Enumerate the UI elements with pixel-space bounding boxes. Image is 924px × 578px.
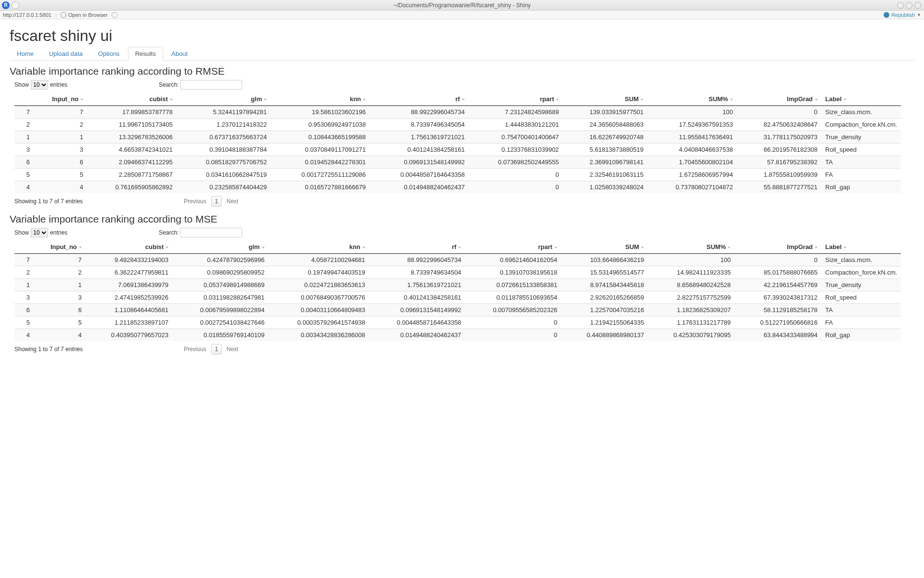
column-header[interactable]: Input_no: [34, 92, 87, 106]
column-header[interactable]: ImpGrad: [734, 240, 821, 254]
tab-results[interactable]: Results: [128, 47, 163, 61]
column-header[interactable]: glm: [172, 240, 269, 254]
column-header[interactable]: cubist: [87, 92, 177, 106]
table-row: 551.211852338971070.002725410384276460.0…: [14, 316, 901, 329]
table-cell: 0.0118785510693654: [465, 291, 561, 304]
table-cell: 0.440889868980137: [561, 329, 648, 342]
column-header[interactable]: [14, 92, 34, 106]
back-icon[interactable]: [12, 1, 19, 9]
table-cell: 4: [14, 181, 34, 194]
tab-home[interactable]: Home: [10, 47, 41, 60]
maximize-icon[interactable]: [906, 2, 912, 9]
minimize-icon[interactable]: [897, 2, 904, 9]
table-cell: 6: [34, 304, 86, 316]
sort-icon: [730, 99, 733, 101]
table-cell: 63.8443433488994: [734, 329, 821, 342]
table-cell: 3: [34, 144, 87, 156]
table-cell: 4.66538742341021: [87, 144, 177, 156]
mse-controls: Show 10 entries Search:: [10, 228, 914, 237]
rmse-page-1[interactable]: 1: [211, 196, 222, 207]
table-cell: 0.123376831039902: [469, 144, 563, 156]
rmse-search-input[interactable]: [180, 80, 242, 90]
table-cell: 0: [469, 181, 563, 194]
table-row: 440.4039507796570230.01855597691401090.0…: [14, 329, 901, 342]
close-icon[interactable]: [914, 2, 921, 9]
table-cell: 2.09466374112295: [87, 156, 177, 169]
tab-options[interactable]: Options: [91, 47, 127, 60]
table-cell: 1.70455600802104: [647, 156, 737, 169]
open-in-browser-button[interactable]: Open in Browser: [61, 12, 108, 18]
url-display: http://127.0.0.1:5801: [3, 12, 51, 18]
tab-upload-data[interactable]: Upload data: [42, 47, 90, 60]
mse-previous-button[interactable]: Previous: [184, 346, 206, 353]
mse-info: Showing 1 to 7 of 7 entries: [14, 346, 83, 353]
table-cell: 5: [34, 316, 86, 329]
rmse-length-select[interactable]: 10: [31, 80, 48, 90]
column-header[interactable]: SUM%: [647, 92, 737, 106]
column-header[interactable]: SUM: [561, 240, 648, 254]
sort-icon: [80, 99, 83, 101]
column-header[interactable]: knn: [269, 240, 369, 254]
table-cell: 1.11086464405681: [86, 304, 172, 316]
table-cell: 5: [34, 169, 87, 181]
column-header[interactable]: glm: [177, 92, 271, 106]
republish-button[interactable]: Republish ▼: [884, 12, 921, 18]
sort-icon: [728, 247, 731, 249]
column-header[interactable]: [14, 240, 34, 254]
rmse-info: Showing 1 to 7 of 7 entries: [14, 198, 83, 205]
mse-next-button[interactable]: Next: [227, 346, 239, 353]
table-cell: 0.0311982882647981: [172, 291, 269, 304]
mse-search-input[interactable]: [180, 228, 242, 237]
table-cell: 4: [34, 181, 87, 194]
table-cell: 0.00403110664809483: [269, 304, 369, 316]
column-header[interactable]: knn: [270, 92, 370, 106]
table-cell: 0: [465, 316, 561, 329]
mse-length-select[interactable]: 10: [31, 228, 48, 237]
table-cell: TA: [821, 304, 901, 316]
table-cell: 0.108443665199588: [270, 131, 370, 144]
rmse-next-button[interactable]: Next: [227, 198, 239, 205]
table-cell: 11.9967105173405: [87, 118, 177, 131]
table-cell: 2: [34, 266, 86, 279]
table-row: 552.285087717588670.03416106628475190.00…: [14, 169, 901, 181]
tab-about[interactable]: About: [164, 47, 195, 60]
sort-icon: [262, 247, 265, 249]
column-header[interactable]: rpart: [469, 92, 563, 106]
column-header[interactable]: cubist: [86, 240, 172, 254]
rmse-previous-button[interactable]: Previous: [184, 198, 206, 205]
sort-icon: [844, 247, 847, 249]
table-cell: 2.47419852539926: [86, 291, 172, 304]
table-cell: 5: [14, 169, 34, 181]
column-header[interactable]: rf: [369, 240, 465, 254]
table-cell: 4.04084046637538: [647, 144, 737, 156]
table-cell: 139.033915977501: [563, 106, 647, 118]
table-cell: 6: [14, 304, 34, 316]
table-cell: 0.00272541038427646: [172, 316, 269, 329]
refresh-icon[interactable]: [112, 12, 117, 18]
column-header[interactable]: Input_no: [34, 240, 86, 254]
column-header[interactable]: rpart: [465, 240, 561, 254]
column-header[interactable]: rf: [370, 92, 469, 106]
table-cell: Roll_gap: [821, 181, 901, 194]
table-cell: 85.0175888076665: [734, 266, 821, 279]
sort-icon: [815, 99, 818, 101]
column-header[interactable]: SUM: [563, 92, 647, 106]
table-cell: 7: [14, 254, 34, 266]
column-header[interactable]: SUM%: [648, 240, 734, 254]
search-label: Search:: [159, 81, 179, 88]
column-header[interactable]: Label: [821, 92, 901, 106]
table-cell: 0.000357929641574938: [269, 316, 369, 329]
rmse-controls: Show 10 entries Search:: [10, 80, 914, 90]
table-cell: 1: [14, 279, 34, 291]
sort-icon: [458, 247, 461, 249]
table-cell: Size_class.mcm.: [821, 254, 901, 266]
table-cell: 42.2196154457769: [734, 279, 821, 291]
table-cell: 17.899853787778: [87, 106, 177, 118]
mse-page-1[interactable]: 1: [211, 344, 222, 355]
table-cell: 0.673716375663724: [177, 131, 271, 144]
column-header[interactable]: ImpGrad: [737, 92, 821, 106]
column-header[interactable]: Label: [821, 240, 901, 254]
table-cell: 0.0969131548149992: [370, 156, 469, 169]
table-cell: 0.00448587164643358: [369, 316, 465, 329]
mse-section-title: Variable importance ranking according to…: [10, 213, 914, 225]
